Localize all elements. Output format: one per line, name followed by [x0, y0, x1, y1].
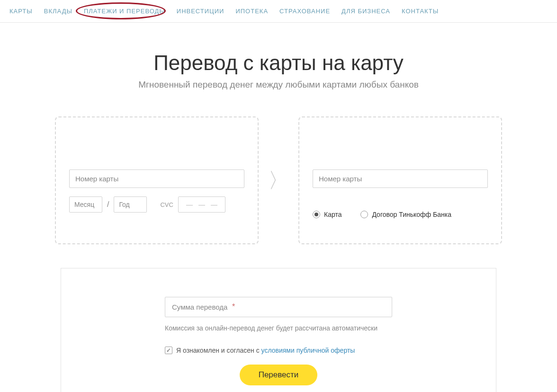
- to-card-number-input[interactable]: [313, 169, 488, 188]
- radio-option-card[interactable]: Карта: [313, 211, 341, 218]
- expiry-year-input[interactable]: [114, 196, 147, 213]
- consent-checkbox[interactable]: ✓: [165, 347, 172, 354]
- nav-contacts[interactable]: КОНТАКТЫ: [402, 8, 439, 15]
- nav-payments-transfers[interactable]: ПЛАТЕЖИ И ПЕРЕВОДЫ: [84, 8, 165, 15]
- radio-label-card: Карта: [324, 211, 341, 218]
- nav-business[interactable]: ДЛЯ БИЗНЕСА: [341, 8, 390, 15]
- submit-button[interactable]: Перевести: [240, 365, 318, 385]
- radio-option-contract[interactable]: Договор Тинькофф Банка: [360, 211, 451, 218]
- cvc-label: CVC: [160, 201, 173, 208]
- nav-cards[interactable]: КАРТЫ: [9, 8, 33, 15]
- from-card-number-input[interactable]: [69, 169, 244, 188]
- nav-deposits[interactable]: ВКЛАДЫ: [44, 8, 72, 15]
- arrow-right-icon: 〉: [268, 167, 289, 195]
- expiry-month-input[interactable]: [69, 196, 102, 213]
- top-nav: КАРТЫ ВКЛАДЫ ПЛАТЕЖИ И ПЕРЕВОДЫ ИНВЕСТИЦ…: [0, 0, 557, 23]
- nav-investments[interactable]: ИНВЕСТИЦИИ: [177, 8, 225, 15]
- hero: Перевод с карты на карту Мгновенный пере…: [0, 51, 557, 90]
- page-subtitle: Мгновенный перевод денег между любыми ка…: [0, 80, 557, 90]
- page-title: Перевод с карты на карту: [0, 51, 557, 75]
- fee-note: Комиссия за онлайн-перевод денег будет р…: [165, 324, 392, 333]
- amount-panel: * Комиссия за онлайн-перевод денег будет…: [61, 268, 496, 392]
- to-card-panel: Карта Договор Тинькофф Банка: [298, 116, 502, 244]
- expiry-separator: /: [107, 200, 109, 209]
- radio-icon: [360, 211, 368, 218]
- nav-mortgage[interactable]: ИПОТЕКА: [235, 8, 268, 15]
- radio-label-contract: Договор Тинькофф Банка: [372, 211, 451, 218]
- consent-link[interactable]: условиями публичной оферты: [261, 347, 355, 354]
- from-card-panel: / CVC — — —: [55, 116, 259, 244]
- cvc-input[interactable]: — — —: [178, 196, 225, 213]
- amount-input[interactable]: [165, 297, 392, 317]
- nav-insurance[interactable]: СТРАХОВАНИЕ: [279, 8, 330, 15]
- radio-icon: [313, 211, 320, 218]
- consent-row: ✓ Я ознакомлен и согласен с условиями пу…: [165, 347, 392, 354]
- consent-text: Я ознакомлен и согласен с: [176, 347, 261, 354]
